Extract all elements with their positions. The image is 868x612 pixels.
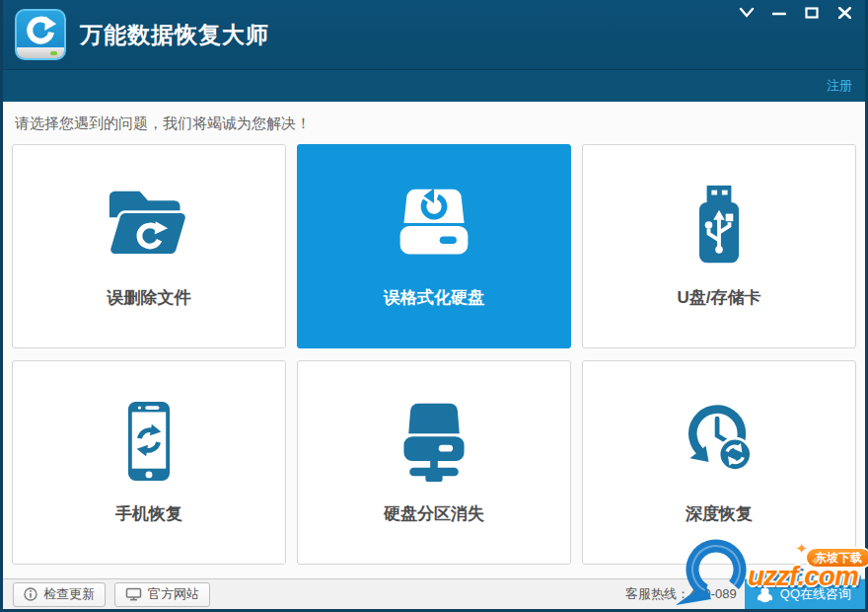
card-label: 误格式化硬盘 (384, 286, 484, 309)
option-grid: 误删除文件 误格式化硬盘 (12, 144, 856, 565)
app-window: 万能数据恢复大师 注册 请选择您遇到的问题，我们将竭诚为您解决！ (0, 0, 868, 612)
card-label: 硬盘分区消失 (384, 502, 484, 525)
usb-drive-icon (672, 184, 766, 267)
check-update-button[interactable]: 检查更新 (13, 582, 106, 607)
minimize-icon[interactable] (770, 5, 788, 20)
card-formatted-drive[interactable]: 误格式化硬盘 (297, 144, 571, 348)
card-usb-storage[interactable]: U盘/存储卡 (582, 144, 856, 348)
sub-bar: 注册 (3, 69, 865, 102)
official-site-button[interactable]: 官方网站 (114, 582, 210, 607)
qq-penguin-icon (757, 586, 773, 603)
card-phone-recovery[interactable]: 手机恢复 (12, 360, 286, 565)
card-label: 误删除文件 (108, 286, 191, 309)
prompt-text: 请选择您遇到的问题，我们将竭诚为您解决！ (12, 102, 856, 144)
info-icon (24, 587, 37, 601)
official-site-label: 官方网站 (148, 585, 199, 603)
app-logo-icon (15, 9, 66, 60)
window-controls (738, 5, 853, 20)
hotline-text: 客服热线：400-089 (625, 585, 745, 603)
card-label: U盘/存储卡 (678, 286, 761, 309)
monitor-icon (125, 587, 142, 601)
deep-recovery-icon (672, 400, 766, 483)
card-deleted-files[interactable]: 误删除文件 (12, 144, 286, 348)
collapse-icon[interactable] (738, 5, 756, 20)
register-link[interactable]: 注册 (827, 77, 852, 95)
card-lost-partition[interactable]: 硬盘分区消失 (297, 360, 571, 565)
maximize-icon[interactable] (803, 5, 821, 20)
check-update-label: 检查更新 (43, 585, 95, 603)
drive-format-icon (387, 184, 481, 267)
app-title: 万能数据恢复大师 (80, 20, 269, 50)
card-label: 手机恢复 (115, 502, 182, 525)
card-label: 深度恢复 (686, 502, 753, 525)
card-deep-recovery[interactable]: 深度恢复 (582, 360, 856, 565)
qq-chat-button[interactable]: QQ在线咨询 (745, 579, 865, 609)
title-bar: 万能数据恢复大师 (3, 0, 865, 69)
folder-restore-icon (102, 184, 196, 267)
drive-partition-icon (387, 400, 481, 483)
close-icon[interactable] (835, 5, 853, 20)
phone-recovery-icon (102, 400, 196, 483)
footer-bar: 检查更新 官方网站 客服热线：400-089 QQ在线咨询 (3, 578, 865, 609)
qq-chat-label: QQ在线咨询 (780, 585, 851, 603)
main-content: 请选择您遇到的问题，我们将竭诚为您解决！ 误删除文件 (3, 102, 865, 578)
